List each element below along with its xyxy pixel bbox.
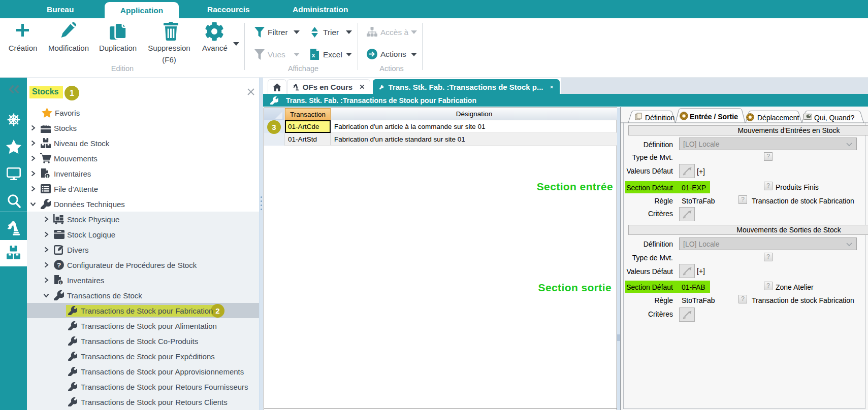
svg-text:i: i — [60, 281, 61, 285]
svg-text:?: ? — [57, 261, 61, 269]
svg-text:x: x — [312, 52, 315, 59]
svg-text:i: i — [47, 174, 48, 179]
